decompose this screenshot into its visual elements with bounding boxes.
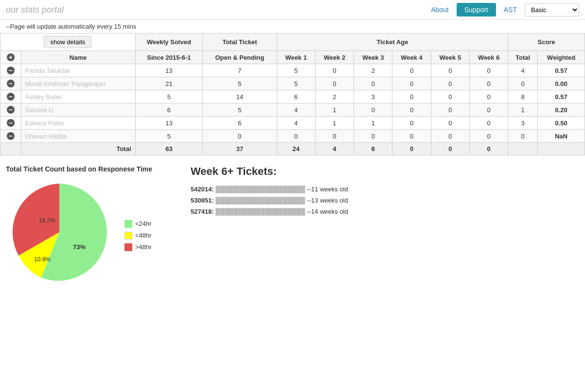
row-total: 1 <box>508 103 538 117</box>
row-w2: 1 <box>315 117 354 130</box>
row-w5: 0 <box>431 130 469 143</box>
remove-row-icon[interactable]: − <box>7 93 15 101</box>
row-name: Ashley Butler <box>21 90 135 103</box>
remove-row-icon[interactable]: − <box>7 132 15 140</box>
row-total: 3 <box>508 117 538 130</box>
col-ticket-age: Ticket Age <box>277 34 508 51</box>
pie-label-red: 16.2% <box>39 217 55 224</box>
remove-row-icon[interactable]: − <box>7 119 15 127</box>
sub-header-week4: Week 4 <box>392 51 431 64</box>
row-name: Dhavan Haldia <box>21 130 135 143</box>
row-weekly: 5 <box>135 130 203 143</box>
col-weekly-solved: Weekly Solved <box>135 34 203 51</box>
table-row: − Ashley Butler 5 14 6 2 3 0 0 0 8 0.57 <box>0 90 585 103</box>
legend-item-yellow: <48hr <box>124 232 152 239</box>
sub-header-week2: Week 2 <box>315 51 354 64</box>
sub-header-weighted: Weighted <box>537 51 585 64</box>
remove-row-icon[interactable]: − <box>7 106 15 114</box>
total-w6: 0 <box>470 143 508 155</box>
legend-item-red: >48hr <box>124 243 152 251</box>
total-weighted <box>537 143 585 155</box>
ticket-list: 542014: ████████████████████ --11 weeks … <box>191 186 579 215</box>
row-w3: 1 <box>354 117 392 130</box>
ticket-item: 530851: ████████████████████ --13 weeks … <box>191 197 579 204</box>
row-name: Pahida Talukdar <box>21 64 135 77</box>
row-w5: 0 <box>431 77 469 90</box>
pie-label-green: 73% <box>73 243 86 251</box>
bottom-section: Total Ticket Count based on Responese Ti… <box>0 155 585 297</box>
row-open: 14 <box>203 90 277 103</box>
table-row: − Sabrina Li 6 5 4 1 0 0 0 0 1 0.20 <box>0 103 585 117</box>
row-w1: 4 <box>277 117 315 130</box>
row-name: Murali Krishnan Triyagarajan <box>21 77 135 90</box>
row-w2: 0 <box>315 130 354 143</box>
total-score-total <box>508 143 538 155</box>
row-open: 5 <box>203 103 277 117</box>
row-w2: 0 <box>315 64 354 77</box>
row-w6: 0 <box>470 77 508 90</box>
total-w5: 0 <box>431 143 469 155</box>
view-dropdown[interactable]: Basic Advanced <box>525 3 579 17</box>
row-weekly: 13 <box>135 117 203 130</box>
legend-label-yellow: <48hr <box>135 232 152 239</box>
total-row: Total 63 37 24 4 6 0 0 0 <box>0 143 585 155</box>
row-open: 7 <box>203 64 277 77</box>
row-w3: 0 <box>354 130 392 143</box>
page-header: our stats portal About Support AST Basic… <box>0 0 585 20</box>
row-total: 0 <box>508 130 538 143</box>
ticket-item: 542014: ████████████████████ --11 weeks … <box>191 186 579 193</box>
legend-color-red <box>124 243 132 251</box>
legend-item-green: <24hr <box>124 220 152 228</box>
row-w4: 0 <box>392 130 431 143</box>
row-w6: 0 <box>470 103 508 117</box>
row-weighted: 0.57 <box>537 64 585 77</box>
about-link[interactable]: About <box>427 4 453 16</box>
table-row: − Dhavan Haldia 5 0 0 0 0 0 0 0 0 NaN <box>0 130 585 143</box>
stats-table: show details Weekly Solved Total Ticket … <box>0 33 585 155</box>
row-w5: 0 <box>431 64 469 77</box>
col-total-ticket: Total Ticket <box>203 34 277 51</box>
row-w4: 0 <box>392 64 431 77</box>
row-weighted: 0.57 <box>537 90 585 103</box>
row-weighted: 0.20 <box>537 103 585 117</box>
table-row: − Edward Paller 13 6 4 1 1 0 0 0 3 0.50 <box>0 117 585 130</box>
row-w6: 0 <box>470 117 508 130</box>
sub-header-week5: Week 5 <box>431 51 469 64</box>
row-weighted: 0.50 <box>537 117 585 130</box>
sub-header-since: Since 2015-6-1 <box>135 51 203 64</box>
add-row-icon[interactable]: + <box>7 53 15 61</box>
pie-legend: <24hr <48hr >48hr <box>124 220 152 251</box>
row-total: 8 <box>508 90 538 103</box>
support-button[interactable]: Support <box>457 3 496 17</box>
row-w5: 0 <box>431 117 469 130</box>
row-w4: 0 <box>392 77 431 90</box>
row-open: 6 <box>203 117 277 130</box>
sub-header-week3: Week 3 <box>354 51 392 64</box>
col-score: Score <box>508 34 585 51</box>
total-weekly: 63 <box>135 143 203 155</box>
week6-tickets-title: Week 6+ Tickets: <box>191 165 579 178</box>
row-w3: 2 <box>354 64 392 77</box>
main-table-container: show details Weekly Solved Total Ticket … <box>0 33 585 155</box>
row-open: 5 <box>203 77 277 90</box>
sub-header-week1: Week 1 <box>277 51 315 64</box>
table-row: − Murali Krishnan Triyagarajan 21 5 5 0 … <box>0 77 585 90</box>
row-w4: 0 <box>392 117 431 130</box>
sub-header-open-pending: Open & Pending <box>203 51 277 64</box>
total-w2: 4 <box>315 143 354 155</box>
row-w6: 0 <box>470 64 508 77</box>
total-w1: 24 <box>277 143 315 155</box>
row-name: Sabrina Li <box>21 103 135 117</box>
row-w5: 0 <box>431 90 469 103</box>
pie-chart-area: 73% 10.8% 16.2% <24hr <48hr >48hr <box>6 179 171 287</box>
row-w3: 3 <box>354 90 392 103</box>
legend-color-yellow <box>124 232 132 239</box>
row-name: Edward Paller <box>21 117 135 130</box>
legend-label-green: <24hr <box>135 220 152 227</box>
row-w1: 0 <box>277 130 315 143</box>
remove-row-icon[interactable]: − <box>7 67 15 74</box>
remove-row-icon[interactable]: − <box>7 80 15 87</box>
ast-link[interactable]: AST <box>500 4 521 16</box>
show-details-button[interactable]: show details <box>44 36 91 48</box>
row-weighted: NaN <box>537 130 585 143</box>
